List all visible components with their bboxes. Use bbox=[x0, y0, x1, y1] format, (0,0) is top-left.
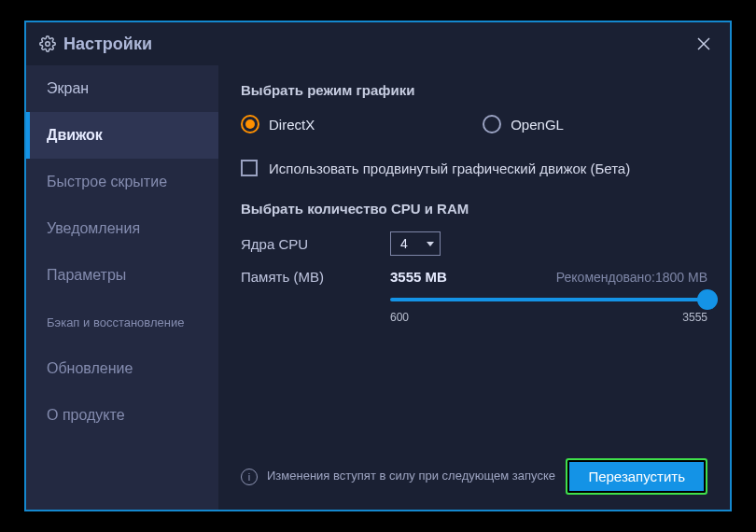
sidebar-item-notifications[interactable]: Уведомления bbox=[26, 205, 218, 252]
sidebar-item-screen[interactable]: Экран bbox=[26, 65, 218, 112]
sidebar-item-label: Быстрое скрытие bbox=[47, 174, 167, 190]
checkbox-icon bbox=[241, 160, 258, 176]
sidebar-item-label: Движок bbox=[47, 127, 103, 144]
radio-label: OpenGL bbox=[511, 117, 564, 133]
slider-limits: 600 3555 bbox=[390, 311, 707, 324]
radio-opengl[interactable]: OpenGL bbox=[483, 115, 564, 133]
slider-max: 3555 bbox=[682, 311, 707, 324]
sidebar-item-label: Уведомления bbox=[47, 220, 140, 237]
gear-icon bbox=[39, 35, 56, 52]
settings-window: Настройки Экран Движок Быстрое скрытие У… bbox=[24, 21, 732, 511]
titlebar: Настройки bbox=[26, 22, 730, 65]
close-icon[interactable] bbox=[691, 31, 717, 57]
memory-recommended: Рекомендовано:1800 MB bbox=[556, 270, 707, 285]
cpu-ram-title: Выбрать количество CPU и RAM bbox=[241, 201, 707, 217]
slider-min: 600 bbox=[390, 311, 409, 324]
memory-label: Память (MB) bbox=[241, 269, 390, 285]
select-value: 4 bbox=[400, 236, 408, 251]
sidebar-item-label: Обновление bbox=[47, 360, 133, 377]
sidebar-item-about[interactable]: О продукте bbox=[26, 392, 218, 439]
radio-circle-icon bbox=[483, 115, 501, 133]
sidebar-item-label: Параметры bbox=[47, 267, 126, 284]
svg-point-0 bbox=[46, 42, 50, 47]
graphics-mode-radios: DirectX OpenGL bbox=[241, 115, 707, 133]
sidebar-item-parameters[interactable]: Параметры bbox=[26, 252, 218, 299]
radio-directx[interactable]: DirectX bbox=[241, 115, 315, 133]
main-panel: Выбрать режим графики DirectX OpenGL Исп… bbox=[218, 65, 730, 510]
footer: i Изменения вступят в силу при следующем… bbox=[241, 458, 707, 495]
slider-track bbox=[390, 298, 707, 301]
info-icon: i bbox=[241, 469, 258, 485]
sidebar-item-label: Экран bbox=[47, 80, 89, 97]
sidebar-item-quickhide[interactable]: Быстрое скрытие bbox=[26, 159, 218, 205]
graphics-mode-title: Выбрать режим графики bbox=[241, 82, 707, 98]
radio-label: DirectX bbox=[269, 117, 315, 133]
cpu-cores-select[interactable]: 4 bbox=[390, 231, 441, 256]
checkbox-label: Использовать продвинутый графический дви… bbox=[269, 161, 630, 176]
radio-circle-icon bbox=[241, 115, 259, 133]
memory-value: 3555 MB bbox=[390, 269, 447, 285]
info-text: Изменения вступят в силу при следующем з… bbox=[267, 469, 555, 484]
sidebar-item-backup[interactable]: Бэкап и восстановление bbox=[26, 299, 218, 345]
restart-button[interactable]: Перезапустить bbox=[566, 458, 707, 495]
window-title: Настройки bbox=[63, 35, 152, 54]
sidebar-item-label: О продукте bbox=[47, 407, 125, 424]
sidebar-item-update[interactable]: Обновление bbox=[26, 345, 218, 392]
memory-row: Память (MB) 3555 MB Рекомендовано:1800 M… bbox=[241, 269, 707, 285]
memory-slider[interactable]: 600 3555 bbox=[390, 298, 707, 324]
sidebar-item-label: Бэкап и восстановление bbox=[47, 315, 184, 329]
cpu-cores-row: Ядра CPU 4 bbox=[241, 231, 707, 256]
sidebar: Экран Движок Быстрое скрытие Уведомления… bbox=[26, 65, 218, 510]
slider-thumb[interactable] bbox=[697, 289, 718, 310]
cpu-cores-label: Ядра CPU bbox=[241, 236, 390, 252]
chevron-down-icon bbox=[427, 242, 434, 246]
checkbox-advanced-engine[interactable]: Использовать продвинутый графический дви… bbox=[241, 160, 707, 176]
sidebar-item-engine[interactable]: Движок bbox=[26, 112, 218, 159]
